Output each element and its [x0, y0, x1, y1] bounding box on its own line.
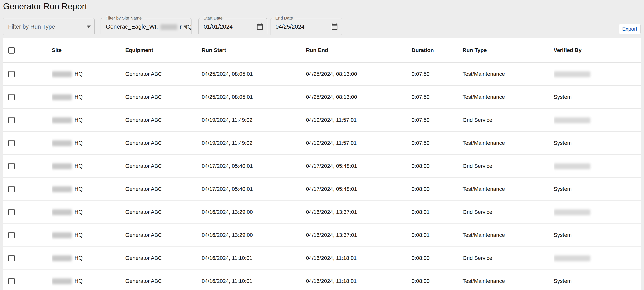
redacted-site-name: [52, 278, 72, 284]
duration-cell: 0:08:00: [412, 269, 462, 290]
row-checkbox[interactable]: [8, 140, 15, 146]
redacted-site-name: [52, 71, 72, 77]
site-cell: HQ: [52, 178, 125, 201]
row-checkbox[interactable]: [8, 278, 15, 284]
equipment-cell: Generator ABC: [125, 223, 202, 246]
run-end-cell: 04/17/2024, 05:48:01: [306, 155, 412, 178]
site-value-prefix: Generac_Eagle_WI,: [106, 23, 158, 30]
site-name-filter-select[interactable]: Generac_Eagle_WI, r HQ: [100, 18, 192, 35]
duration-cell: 0:08:01: [412, 201, 462, 223]
page: Generator Run Report Filter by Run Type …: [0, 0, 644, 290]
run-type-cell: Test/Maintenance: [462, 62, 554, 85]
table-row[interactable]: HQ Generator ABC 04/16/2024, 11:10:01 04…: [3, 269, 641, 290]
site-suffix: HQ: [74, 209, 82, 215]
redacted-verified-by: [554, 209, 590, 215]
duration-cell: 0:08:00: [412, 178, 462, 201]
row-checkbox[interactable]: [8, 255, 15, 261]
row-checkbox[interactable]: [8, 163, 15, 169]
run-start-cell: 04/19/2024, 11:49:02: [202, 108, 306, 131]
select-all-checkbox[interactable]: [8, 47, 15, 54]
equipment-cell: Generator ABC: [125, 269, 202, 290]
site-suffix: HQ: [74, 94, 82, 100]
run-type-cell: Grid Service: [462, 246, 554, 269]
redacted-site-name: [52, 140, 72, 146]
site-suffix: HQ: [74, 186, 82, 192]
site-cell: HQ: [52, 131, 125, 155]
site-suffix: HQ: [74, 232, 82, 238]
duration-cell: 0:07:59: [412, 108, 462, 131]
redacted-verified-by: [554, 255, 590, 261]
table-row[interactable]: HQ Generator ABC 04/17/2024, 05:40:01 04…: [3, 178, 641, 201]
site-suffix: HQ: [74, 117, 82, 123]
table-row[interactable]: HQ Generator ABC 04/25/2024, 08:05:01 04…: [3, 85, 641, 108]
equipment-cell: Generator ABC: [125, 201, 202, 223]
equipment-cell: Generator ABC: [125, 246, 202, 269]
row-checkbox[interactable]: [8, 209, 15, 215]
calendar-icon[interactable]: [331, 23, 338, 30]
table-row[interactable]: HQ Generator ABC 04/17/2024, 05:40:01 04…: [3, 155, 641, 178]
verified-cell: [554, 201, 641, 223]
site-suffix: HQ: [74, 71, 82, 77]
table-body: HQ Generator ABC 04/25/2024, 08:05:01 04…: [3, 62, 641, 290]
duration-cell: 0:08:00: [412, 155, 462, 178]
end-date-field[interactable]: 04/25/2024: [270, 18, 342, 35]
row-checkbox[interactable]: [8, 232, 15, 238]
verified-cell: [554, 155, 641, 178]
equipment-cell: Generator ABC: [125, 131, 202, 155]
start-date-field[interactable]: 01/01/2024: [198, 18, 267, 35]
run-type-cell: Grid Service: [462, 108, 554, 131]
run-end-cell: 04/25/2024, 08:13:00: [306, 62, 412, 85]
equipment-cell: Generator ABC: [125, 62, 202, 85]
end-date-value: 04/25/2024: [276, 23, 304, 30]
redacted-site-text: [160, 24, 178, 30]
duration-cell: 0:07:59: [412, 131, 462, 155]
col-header-site: Site: [52, 38, 125, 62]
run-type-cell: Test/Maintenance: [462, 85, 554, 108]
verified-cell: [554, 246, 641, 269]
report-table: Site Equipment Run Start Run End Duratio…: [3, 38, 641, 290]
site-cell: HQ: [52, 223, 125, 246]
table-row[interactable]: HQ Generator ABC 04/25/2024, 08:05:01 04…: [3, 62, 641, 85]
calendar-icon[interactable]: [256, 23, 263, 30]
run-type-cell: Test/Maintenance: [462, 223, 554, 246]
chevron-down-icon: [87, 26, 91, 28]
row-checkbox[interactable]: [8, 117, 15, 123]
duration-cell: 0:07:59: [412, 62, 462, 85]
equipment-cell: Generator ABC: [125, 108, 202, 131]
site-cell: HQ: [52, 246, 125, 269]
equipment-cell: Generator ABC: [125, 178, 202, 201]
run-start-cell: 04/25/2024, 08:05:01: [202, 85, 306, 108]
export-button[interactable]: Export: [619, 24, 640, 34]
table-row[interactable]: HQ Generator ABC 04/16/2024, 11:10:01 04…: [3, 246, 641, 269]
table-row[interactable]: HQ Generator ABC 04/16/2024, 13:29:00 04…: [3, 223, 641, 246]
table-row[interactable]: HQ Generator ABC 04/19/2024, 11:49:02 04…: [3, 108, 641, 131]
row-checkbox[interactable]: [8, 94, 15, 100]
verified-cell: System: [554, 131, 641, 155]
table-row[interactable]: HQ Generator ABC 04/16/2024, 13:29:00 04…: [3, 201, 641, 223]
run-type-filter-select[interactable]: Filter by Run Type: [3, 18, 94, 35]
row-checkbox[interactable]: [8, 186, 15, 192]
run-end-cell: 04/16/2024, 11:18:01: [306, 269, 412, 290]
col-header-run-start: Run Start: [202, 38, 306, 62]
verified-cell: System: [554, 85, 641, 108]
redacted-site-name: [52, 163, 72, 169]
equipment-cell: Generator ABC: [125, 155, 202, 178]
table-row[interactable]: HQ Generator ABC 04/19/2024, 11:49:02 04…: [3, 131, 641, 155]
row-checkbox[interactable]: [8, 71, 15, 77]
verified-cell: [554, 62, 641, 85]
redacted-verified-by: [554, 163, 590, 169]
run-start-cell: 04/17/2024, 05:40:01: [202, 155, 306, 178]
site-suffix: HQ: [74, 255, 82, 261]
col-header-equipment: Equipment: [125, 38, 202, 62]
start-date-value: 01/01/2024: [204, 23, 232, 30]
run-end-cell: 04/19/2024, 11:57:01: [306, 108, 412, 131]
site-name-filter-label: Filter by Site Name: [104, 16, 143, 21]
site-cell: HQ: [52, 155, 125, 178]
redacted-site-name: [52, 186, 72, 192]
redacted-site-name: [52, 255, 72, 261]
col-header-verified-by: Verified By: [554, 38, 641, 62]
run-start-cell: 04/25/2024, 08:05:01: [202, 62, 306, 85]
redacted-verified-by: [554, 71, 590, 77]
duration-cell: 0:07:59: [412, 85, 462, 108]
col-header-run-type: Run Type: [462, 38, 554, 62]
